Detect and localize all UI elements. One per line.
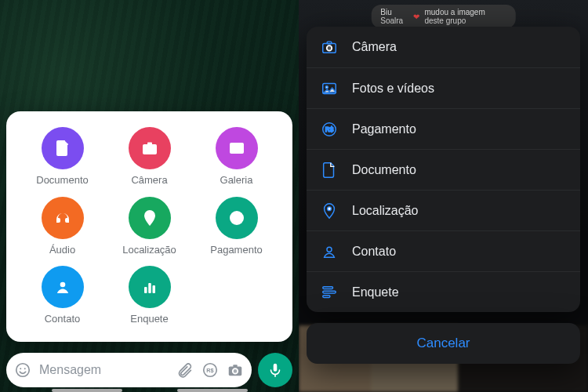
heart-icon: ❤ — [413, 13, 419, 21]
pin-icon — [129, 197, 171, 239]
paperclip-icon[interactable] — [176, 361, 194, 379]
attach-option-label: Áudio — [49, 244, 75, 256]
pin-icon — [321, 202, 338, 220]
payment-icon — [321, 121, 338, 138]
attach-option-label: Pagamento — [210, 244, 263, 256]
cancel-button[interactable]: Cancelar — [307, 323, 580, 364]
contact-icon — [321, 243, 338, 260]
sheet-option-label: Fotos e vídeos — [352, 82, 434, 96]
emoji-icon[interactable] — [14, 361, 31, 379]
attach-option-label: Galeria — [220, 174, 253, 186]
attach-option-label: Contato — [45, 313, 81, 325]
attach-option-audio[interactable]: Áudio — [20, 197, 104, 265]
poll-icon — [321, 284, 338, 301]
mic-send-button[interactable] — [258, 353, 292, 387]
android-nav-hint — [0, 389, 299, 392]
sheet-option-pin[interactable]: Localização — [307, 190, 580, 230]
attachment-card: DocumentoCâmeraGaleriaÁudioLocalizaçãoPa… — [6, 111, 292, 342]
contact-icon — [42, 266, 84, 308]
gallery-icon — [216, 127, 258, 169]
headphones-icon — [42, 197, 84, 239]
sheet-option-label: Contato — [352, 245, 396, 259]
sheet-option-label: Enquete — [352, 285, 399, 299]
svg-text:R$: R$ — [206, 367, 213, 374]
sheet-option-label: Câmera — [352, 40, 397, 54]
attach-option-camera[interactable]: Câmera — [107, 127, 191, 195]
attach-option-label: Enquete — [130, 313, 168, 325]
sheet-option-label: Pagamento — [352, 122, 416, 136]
attach-option-label: Localização — [122, 244, 176, 256]
attach-option-documento[interactable]: Documento — [20, 127, 104, 195]
attach-option-label: Documento — [36, 174, 88, 186]
ios-panel: Biu Soalra ❤ mudou a imagem deste grupo … — [299, 0, 588, 392]
camera-icon[interactable] — [227, 361, 244, 379]
sheet-option-camera[interactable]: Câmera — [307, 27, 580, 67]
message-input-bar[interactable]: Mensagem R$ — [6, 353, 252, 387]
document-icon — [42, 127, 84, 169]
attach-option-contato[interactable]: Contato — [20, 266, 104, 334]
camera-icon — [321, 38, 338, 56]
attach-option-label: Câmera — [131, 174, 167, 186]
attachment-action-sheet: CâmeraFotos e vídeosPagamentoDocumentoLo… — [307, 27, 580, 312]
document-icon — [321, 162, 338, 179]
payment-icon — [216, 197, 258, 239]
payment-chip-icon[interactable]: R$ — [201, 361, 219, 379]
attach-option-localizacao[interactable]: Localização — [107, 197, 191, 265]
message-placeholder: Mensagem — [39, 363, 169, 377]
sheet-option-poll[interactable]: Enquete — [307, 271, 580, 312]
attach-option-galeria[interactable]: Galeria — [194, 127, 278, 195]
sheet-option-document[interactable]: Documento — [307, 149, 580, 190]
attach-option-enquete[interactable]: Enquete — [107, 266, 191, 334]
sheet-option-contact[interactable]: Contato — [307, 230, 580, 271]
system-message-pill: Biu Soalra ❤ mudou a imagem deste grupo — [371, 5, 516, 28]
gallery-icon — [321, 80, 338, 97]
android-panel: DocumentoCâmeraGaleriaÁudioLocalizaçãoPa… — [0, 0, 299, 392]
camera-icon — [129, 127, 171, 169]
sheet-option-label: Localização — [352, 204, 419, 218]
attach-option-pagamento[interactable]: Pagamento — [194, 197, 278, 265]
sheet-option-payment[interactable]: Pagamento — [307, 108, 580, 149]
composer-row: Mensagem R$ — [6, 353, 292, 387]
poll-icon — [129, 266, 171, 308]
sheet-option-label: Documento — [352, 163, 416, 177]
sheet-option-gallery[interactable]: Fotos e vídeos — [307, 67, 580, 108]
